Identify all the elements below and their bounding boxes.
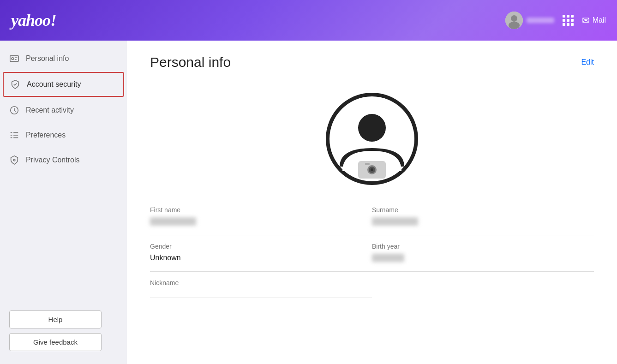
user-menu[interactable] [505, 12, 554, 29]
gender-value: Unknown [150, 254, 353, 262]
sidebar-nav: Personal info Account security [0, 46, 127, 173]
mail-button[interactable]: ✉ Mail [582, 15, 606, 26]
give-feedback-button[interactable]: Give feedback [9, 333, 102, 351]
sidebar-item-recent-activity[interactable]: Recent activity [0, 98, 127, 123]
gender-label: Gender [150, 243, 353, 250]
sidebar-item-preferences[interactable]: Preferences [0, 123, 127, 148]
clock-icon [9, 105, 19, 115]
surname-label: Surname [372, 206, 575, 214]
svg-point-4 [12, 58, 14, 60]
sidebar-label-preferences: Preferences [26, 131, 66, 139]
mail-icon: ✉ [582, 15, 590, 26]
sidebar: Personal info Account security [0, 41, 127, 364]
username-display [527, 18, 554, 23]
field-first-name: First name [150, 199, 372, 235]
user-avatar [505, 12, 523, 29]
birth-year-label: Birth year [372, 243, 575, 250]
svg-point-1 [511, 15, 517, 22]
header: yahoo! ✉ Mail [0, 0, 617, 41]
svg-point-14 [13, 159, 15, 161]
sidebar-item-account-security[interactable]: Account security [3, 72, 124, 97]
header-right: ✉ Mail [505, 12, 606, 29]
first-name-value [150, 217, 196, 226]
sidebar-label-personal-info: Personal info [26, 54, 69, 63]
avatar-section[interactable] [150, 74, 594, 199]
sidebar-bottom: Help Give feedback [0, 303, 127, 358]
page-header: Personal info Edit [150, 54, 594, 70]
list-icon [9, 130, 19, 140]
nickname-label: Nickname [150, 279, 353, 286]
svg-point-2 [509, 22, 520, 29]
field-surname: Surname [372, 199, 594, 235]
help-button[interactable]: Help [9, 310, 102, 328]
sidebar-item-personal-info[interactable]: Personal info [0, 46, 127, 71]
field-gender: Gender Unknown [150, 235, 372, 272]
body-wrap: Personal info Account security [0, 41, 617, 364]
field-nickname: Nickname [150, 272, 372, 298]
field-birth-year: Birth year [372, 235, 594, 272]
first-name-label: First name [150, 206, 353, 214]
fields-grid: First name Surname Gender Unknown Birth … [150, 199, 594, 298]
shield-icon [10, 79, 20, 90]
surname-value [372, 217, 418, 226]
page-title: Personal info [150, 54, 231, 70]
apps-grid-icon[interactable] [563, 15, 574, 26]
svg-point-20 [371, 168, 373, 171]
sidebar-label-recent-activity: Recent activity [26, 106, 74, 114]
svg-rect-21 [365, 163, 370, 165]
mail-label: Mail [593, 16, 606, 24]
privacy-icon [9, 155, 19, 165]
svg-point-16 [358, 114, 386, 142]
id-card-icon [9, 54, 19, 64]
main-content: Personal info Edit [127, 41, 617, 364]
yahoo-logo: yahoo! [11, 11, 56, 30]
edit-button[interactable]: Edit [581, 58, 594, 66]
birth-year-value [372, 254, 404, 262]
sidebar-item-privacy-controls[interactable]: Privacy Controls [0, 148, 127, 173]
sidebar-label-privacy-controls: Privacy Controls [26, 156, 79, 164]
sidebar-label-account-security: Account security [27, 80, 81, 89]
profile-avatar-upload[interactable] [326, 93, 418, 185]
